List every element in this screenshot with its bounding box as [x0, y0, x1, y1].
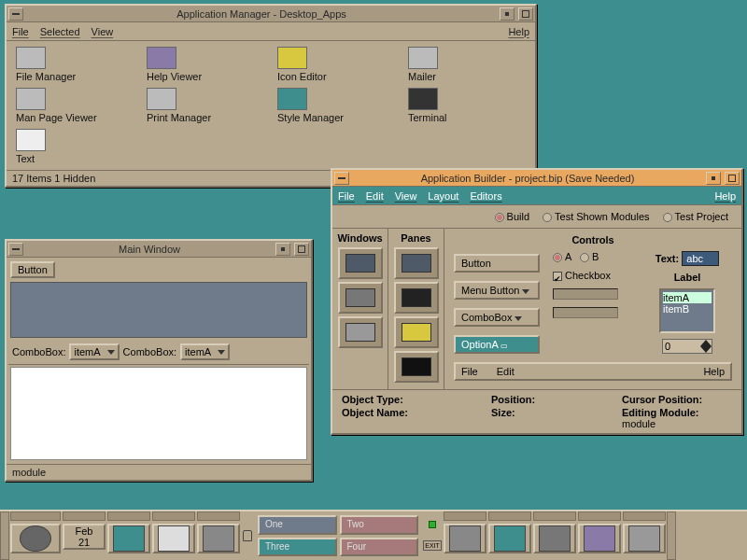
window-menu-button[interactable]	[8, 7, 23, 21]
titlebar[interactable]: Application Builder - project.bip (Save …	[332, 170, 741, 187]
exit-button[interactable]: EXIT	[423, 540, 442, 551]
subpanel-arrow[interactable]	[152, 511, 195, 521]
ctrl-option[interactable]: OptionA ▭	[454, 335, 540, 354]
note-icon	[158, 525, 190, 552]
palette-window-2[interactable]	[338, 282, 383, 314]
printer-icon	[147, 88, 176, 110]
subpanel-arrow[interactable]	[63, 511, 106, 521]
arrow-down-icon[interactable]	[700, 346, 712, 353]
dock-handle-left[interactable]	[0, 511, 9, 560]
palette-window-1[interactable]	[338, 247, 383, 279]
mode-test-project[interactable]: Test Project	[663, 211, 728, 222]
spinbox[interactable]	[662, 339, 712, 354]
menu-help[interactable]: Help	[508, 26, 529, 37]
listbox[interactable]: itemA itemB	[659, 288, 715, 333]
app-terminal[interactable]: Terminal	[408, 88, 529, 123]
menu-view[interactable]: View	[395, 190, 417, 202]
lock-icon[interactable]	[243, 530, 252, 541]
maximize-button[interactable]	[518, 7, 533, 21]
list-item[interactable]: itemB	[663, 303, 712, 315]
mode-test-shown[interactable]: Test Shown Modules	[543, 211, 650, 222]
subpanel-arrow[interactable]	[533, 511, 576, 521]
subpanel-arrow[interactable]	[623, 511, 666, 521]
menu-editors[interactable]: Editors	[470, 190, 501, 202]
drawer-icon	[16, 47, 46, 69]
subpanel-arrow[interactable]	[578, 511, 621, 521]
windows-palette: Windows	[332, 229, 388, 389]
dock-mail[interactable]	[197, 524, 240, 553]
titlebar[interactable]: Application Manager - Desktop_Apps	[7, 6, 535, 22]
menu-view[interactable]: View	[92, 26, 114, 37]
sample-menu-help[interactable]: Help	[703, 366, 725, 377]
slider-1[interactable]	[553, 288, 618, 300]
book-icon	[584, 525, 615, 552]
ctrl-combobox[interactable]: ComboBox	[454, 308, 540, 327]
menu-selected[interactable]: Selected	[40, 26, 80, 37]
maximize-button[interactable]	[725, 172, 740, 185]
radio-b[interactable]: B	[580, 251, 599, 262]
workspace-three[interactable]: Three	[258, 538, 337, 557]
menu-help[interactable]: Help	[714, 190, 736, 202]
app-icon-editor[interactable]: Icon Editor	[277, 47, 399, 82]
app-file-manager[interactable]: File Manager	[16, 47, 137, 82]
dock-calendar[interactable]: Feb21	[63, 524, 106, 550]
subpanel-arrow[interactable]	[107, 511, 150, 521]
canvas-area[interactable]	[10, 282, 307, 338]
palette-pane-1[interactable]	[394, 247, 439, 279]
combobox-1[interactable]: itemA	[69, 343, 119, 360]
subpanel-arrow[interactable]	[10, 511, 61, 521]
minimize-button[interactable]	[275, 243, 290, 256]
slider-2[interactable]	[553, 307, 618, 318]
subpanel-arrow[interactable]	[488, 511, 531, 521]
menu-file[interactable]: File	[338, 190, 355, 202]
dock-editor[interactable]	[152, 524, 195, 553]
dock-trash[interactable]	[623, 524, 666, 553]
list-item[interactable]: itemA	[663, 292, 712, 303]
workspace-one[interactable]: One	[258, 515, 337, 535]
dock-appmgr[interactable]	[533, 524, 576, 553]
workspace-four[interactable]: Four	[340, 538, 419, 557]
dock-clock[interactable]	[10, 524, 61, 553]
list-area[interactable]	[10, 367, 307, 460]
window-menu-button[interactable]	[8, 243, 23, 256]
spin-input[interactable]	[663, 340, 700, 353]
app-text[interactable]: Text	[16, 129, 137, 164]
dock-help[interactable]	[578, 524, 621, 553]
checkbox[interactable]: Checkbox	[553, 270, 637, 281]
palette-pane-2[interactable]	[394, 282, 439, 314]
minimize-button[interactable]	[706, 172, 721, 185]
window-menu-button[interactable]	[334, 172, 349, 185]
subpanel-arrow[interactable]	[197, 511, 240, 521]
sample-menu-file[interactable]: File	[461, 366, 478, 377]
mode-build[interactable]: Build	[495, 211, 529, 222]
palette-pane-3[interactable]	[394, 316, 439, 348]
radio-a[interactable]: A	[553, 251, 571, 262]
ctrl-menubutton[interactable]: Menu Button	[454, 281, 540, 300]
dock-printer[interactable]	[444, 524, 486, 553]
dock-style[interactable]	[488, 524, 531, 553]
app-print-manager[interactable]: Print Manager	[147, 88, 268, 123]
dock-filemgr[interactable]	[107, 524, 150, 553]
combobox-2[interactable]: itemA	[180, 343, 230, 360]
arrow-up-icon[interactable]	[700, 340, 712, 346]
menu-edit[interactable]: Edit	[366, 190, 384, 202]
workspace-two[interactable]: Two	[340, 515, 419, 535]
subpanel-arrow[interactable]	[444, 511, 486, 521]
maximize-button[interactable]	[294, 243, 309, 256]
titlebar[interactable]: Main Window	[7, 241, 311, 258]
button[interactable]: Button	[10, 261, 55, 278]
dock-handle-right[interactable]	[667, 511, 676, 560]
menu-layout[interactable]: Layout	[428, 190, 458, 202]
minimize-button[interactable]	[500, 7, 514, 21]
text-field[interactable]: abc	[682, 251, 719, 266]
palette-pane-4[interactable]	[394, 351, 439, 383]
app-man-viewer[interactable]: Man Page Viewer	[16, 88, 137, 123]
sample-menu-edit[interactable]: Edit	[497, 366, 514, 377]
app-style-manager[interactable]: Style Manager	[277, 88, 399, 123]
palette-window-3[interactable]	[338, 316, 383, 348]
ctrl-button[interactable]: Button	[454, 254, 540, 273]
app-help-viewer[interactable]: Help Viewer	[147, 47, 268, 82]
app-mailer[interactable]: Mailer	[408, 47, 529, 82]
window-title: Application Manager - Desktop_Apps	[25, 8, 498, 20]
menu-file[interactable]: File	[12, 26, 29, 37]
